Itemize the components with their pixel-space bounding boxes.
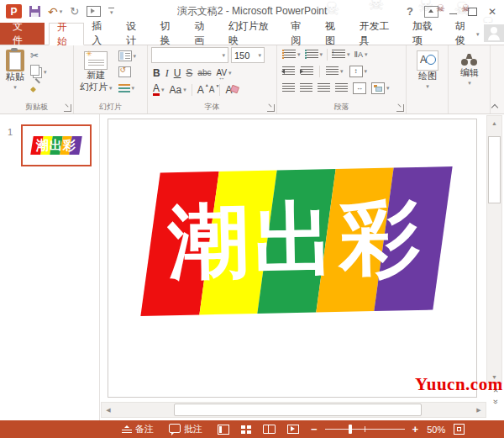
layout-button[interactable]: ▾ xyxy=(118,50,137,61)
customize-qat-button[interactable]: ▾ xyxy=(108,8,114,15)
slide-canvas[interactable]: 潮出彩 xyxy=(108,119,477,398)
paste-button[interactable]: 粘贴 ▾ xyxy=(3,47,27,99)
align-text-button[interactable]: ↕▾ xyxy=(349,66,368,77)
cut-button[interactable]: ✂ xyxy=(30,50,47,61)
font-color-button[interactable]: A ▾ xyxy=(153,83,165,96)
strikethrough-button[interactable]: abc xyxy=(197,69,211,77)
columns-button[interactable]: ▾ xyxy=(326,66,344,76)
tab-home[interactable]: 开始 xyxy=(49,23,85,45)
zoom-slider-handle[interactable] xyxy=(349,425,352,434)
text-shadow-button[interactable]: S xyxy=(186,68,192,78)
reading-view-button[interactable] xyxy=(263,425,276,434)
bold-button[interactable]: B xyxy=(153,68,160,78)
redo-icon[interactable]: ↻ xyxy=(70,6,79,17)
comments-button[interactable]: 批注 xyxy=(169,423,202,435)
numbering-button[interactable]: ▾ xyxy=(305,50,323,59)
align-right-button[interactable] xyxy=(318,83,330,92)
collapse-ribbon-button[interactable] xyxy=(491,103,498,110)
horizontal-scrollbar[interactable]: ◀ ▶ xyxy=(101,402,486,418)
start-slideshow-icon[interactable] xyxy=(87,6,101,17)
reset-icon xyxy=(118,66,131,77)
underline-button[interactable]: U xyxy=(174,68,181,78)
tab-transitions[interactable]: 切换 xyxy=(153,23,187,45)
zoom-out-button[interactable]: − xyxy=(311,424,318,435)
chevron-down-icon: ▾ xyxy=(222,52,225,58)
tab-design[interactable]: 设计 xyxy=(118,23,153,45)
undo-button[interactable]: ↶ ▾ xyxy=(48,6,62,18)
character-spacing-button[interactable]: AV ▾ xyxy=(216,69,231,77)
tab-slideshow[interactable]: 幻灯片放映 xyxy=(221,23,284,45)
drawing-button[interactable]: 绘图 ▾ xyxy=(410,47,445,91)
close-button[interactable]: ✕ xyxy=(488,6,496,18)
distribute-button[interactable]: ↔ xyxy=(353,82,366,94)
font-name-combo[interactable]: ▾ xyxy=(151,47,228,63)
zoom-level[interactable]: 50% xyxy=(427,425,445,435)
bullets-button[interactable]: ▾ xyxy=(282,50,301,59)
line-spacing-button[interactable]: ▾ xyxy=(332,50,350,59)
font-size-value: 150 xyxy=(234,50,249,61)
slide-thumbnail[interactable]: 潮出彩 xyxy=(21,124,92,166)
fit-to-window-icon[interactable] xyxy=(454,424,465,435)
editing-area[interactable]: 潮出彩 xyxy=(100,114,480,402)
tab-insert[interactable]: 插入 xyxy=(84,23,118,45)
chevron-down-icon: ▾ xyxy=(44,69,47,75)
justify-button[interactable] xyxy=(335,83,348,92)
tab-view[interactable]: 视图 xyxy=(318,23,352,45)
vertical-scrollbar[interactable]: ▲ ▼ xyxy=(486,115,502,384)
reset-button[interactable] xyxy=(118,66,137,77)
vertical-scroll-track[interactable] xyxy=(487,129,501,370)
section-button[interactable]: ▾ xyxy=(118,82,137,93)
increase-indent-button[interactable] xyxy=(301,66,313,76)
user-account-menu[interactable]: 胡俊 ▾ xyxy=(449,23,482,45)
tab-addins[interactable]: 加载项 xyxy=(405,23,449,45)
avatar[interactable] xyxy=(484,24,504,42)
convert-smartart-button[interactable]: ▾ xyxy=(371,82,390,94)
minimize-button[interactable] xyxy=(449,8,457,14)
zoom-in-button[interactable]: + xyxy=(412,424,419,435)
new-slide-button[interactable]: 新建 幻灯片 ▾ xyxy=(77,47,115,99)
change-case-button[interactable]: Aa ▾ xyxy=(170,85,186,95)
maximize-button[interactable] xyxy=(468,8,477,16)
notes-button[interactable]: 备注 xyxy=(122,423,154,435)
decrease-indent-button[interactable] xyxy=(282,66,295,76)
font-size-combo[interactable]: 150 ▾ xyxy=(231,47,265,63)
zoom-slider[interactable] xyxy=(325,429,405,430)
slide-sorter-view-button[interactable] xyxy=(241,425,251,434)
italic-button[interactable]: I xyxy=(165,68,169,78)
editing-button[interactable]: 编辑 ▾ xyxy=(452,47,487,87)
slideshow-view-button[interactable] xyxy=(287,425,299,434)
scroll-left-icon[interactable]: ◀ xyxy=(102,403,115,417)
chevron-down-icon: ▾ xyxy=(320,51,323,57)
wordart-banner[interactable]: 潮出彩 xyxy=(149,166,444,315)
slides-group-label: 幻灯片 xyxy=(74,102,147,113)
vertical-scroll-thumb[interactable] xyxy=(488,136,501,203)
paragraph-dialog-launcher-icon[interactable] xyxy=(396,104,404,112)
text-direction-button[interactable]: ⅡA▾ xyxy=(354,50,368,59)
normal-view-button[interactable] xyxy=(218,425,229,435)
character-spacing-icon: AV xyxy=(216,69,227,77)
copy-button[interactable]: ▾ xyxy=(30,66,47,77)
help-button[interactable]: ? xyxy=(407,5,413,18)
tab-animations[interactable]: 动画 xyxy=(186,23,221,45)
powerpoint-icon[interactable]: P xyxy=(6,4,22,18)
font-dialog-launcher-icon[interactable] xyxy=(267,104,275,112)
tab-review[interactable]: 审阅 xyxy=(283,23,318,45)
format-painter-button[interactable] xyxy=(30,82,47,93)
ribbon-display-options-button[interactable] xyxy=(424,6,438,18)
watermark-text: Yuucn.com xyxy=(415,374,503,395)
scroll-right-icon[interactable]: ▶ xyxy=(472,403,486,417)
clipboard-dialog-launcher-icon[interactable] xyxy=(64,104,71,112)
next-slide-icon[interactable]: « xyxy=(491,399,500,404)
increase-font-size-button[interactable]: A xyxy=(197,84,204,96)
scroll-up-icon[interactable]: ▲ xyxy=(487,116,501,129)
tab-developer[interactable]: 开发工具 xyxy=(352,23,405,45)
tab-file[interactable]: 文件 xyxy=(0,23,45,45)
align-left-button[interactable] xyxy=(282,83,295,92)
horizontal-scroll-track[interactable] xyxy=(115,403,472,417)
horizontal-scroll-thumb[interactable] xyxy=(174,404,422,416)
cut-icon: ✂ xyxy=(30,50,39,61)
decrease-font-size-button[interactable]: A xyxy=(209,85,215,94)
align-center-button[interactable] xyxy=(300,83,312,92)
save-icon[interactable] xyxy=(29,6,40,17)
clear-formatting-button[interactable]: A xyxy=(225,84,239,96)
